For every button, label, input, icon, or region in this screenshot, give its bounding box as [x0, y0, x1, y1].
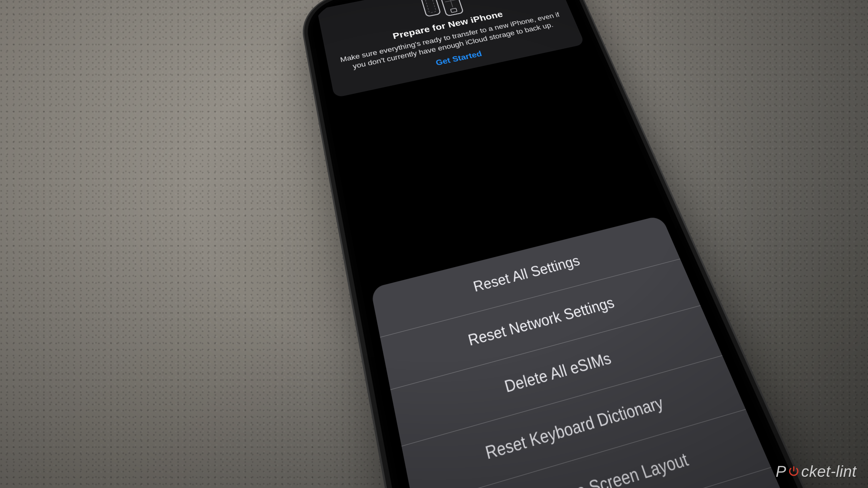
old-phone-icon: [420, 0, 441, 17]
watermark-text-right: cket-lint: [801, 462, 856, 481]
prepare-card: Prepare for New iPhone Make sure everyth…: [317, 0, 585, 98]
watermark-text-left: P: [776, 462, 786, 481]
pocket-lint-watermark: P cket-lint: [776, 462, 856, 481]
new-phone-icon: [439, 0, 464, 17]
power-icon: [787, 465, 801, 478]
